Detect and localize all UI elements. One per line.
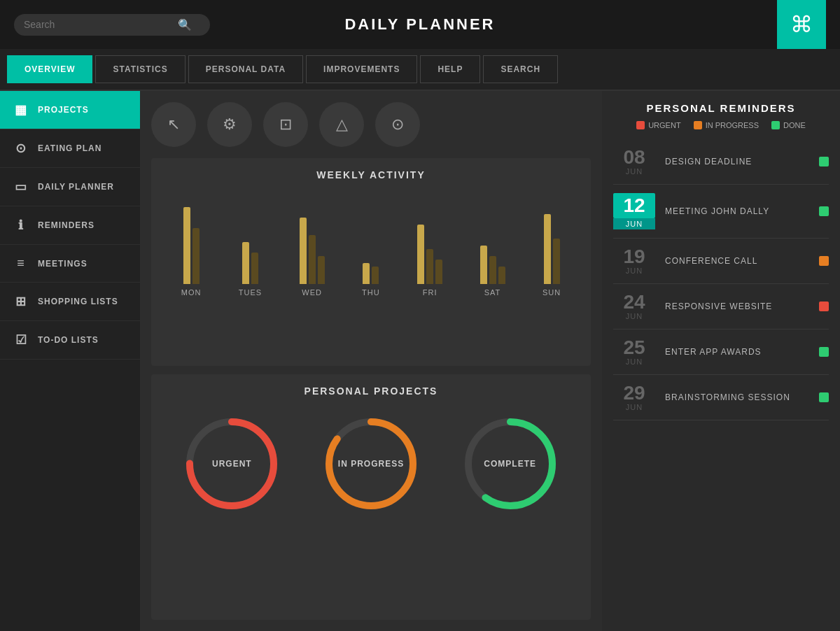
sidebar-item-eating-plan[interactable]: ⊙EATING PLAN xyxy=(0,129,140,168)
weekly-activity-panel: WEEKLY ACTIVITY MONTUESWEDTHUFRISATSUN xyxy=(151,158,591,366)
chart-day-sat: SAT xyxy=(480,193,505,297)
reminder-name: RESPONSIVE WEBSITE xyxy=(665,302,809,311)
bar-chart: MONTUESWEDTHUFRISATSUN xyxy=(162,192,580,297)
status-dot xyxy=(819,392,829,402)
bars-group xyxy=(242,193,258,284)
bar xyxy=(183,207,190,284)
bar xyxy=(480,246,487,284)
header: 🔍 DAILY PLANNER ⌘ xyxy=(0,0,840,49)
nav-tab-improvements[interactable]: IMPROVEMENTS xyxy=(306,55,417,83)
legend-dot xyxy=(636,121,645,129)
chart-day-mon: MON xyxy=(181,193,202,297)
sidebar-item-to-do-lists[interactable]: ☑TO-DO LISTS xyxy=(0,321,140,360)
legend-label: URGENT xyxy=(648,121,680,129)
donut-in-progress: IN PROGRESS xyxy=(318,411,424,516)
legend-item-urgent: URGENT xyxy=(636,121,680,129)
reminder-name: MEETING JOHN DALLY xyxy=(665,206,809,216)
glasses-icon[interactable]: ⊙ xyxy=(375,102,420,147)
sidebar-item-projects[interactable]: ▦PROJECTS xyxy=(0,91,140,129)
day-label: TUES xyxy=(239,288,262,297)
reminder-name: BRAINSTORMING SESSION xyxy=(665,392,809,402)
content-area: ↖⚙⊡△⊙ WEEKLY ACTIVITY MONTUESWEDTHUFRISA… xyxy=(140,91,602,631)
personal-projects-title: PERSONAL PROJECTS xyxy=(162,385,580,397)
bar xyxy=(300,218,307,284)
sidebar-item-reminders[interactable]: ℹREMINDERS xyxy=(0,206,140,245)
search-box[interactable]: 🔍 xyxy=(14,14,210,36)
reminder-day: 19 xyxy=(613,247,655,267)
legend-label: DONE xyxy=(783,121,806,129)
nav-tab-personal-data[interactable]: PERSONAL DATA xyxy=(188,55,303,83)
bar xyxy=(363,263,370,284)
reminder-date: 24JUN xyxy=(613,292,655,320)
sidebar-icon-2: ▭ xyxy=(13,179,29,194)
sidebar-item-daily-planner[interactable]: ▭DAILY PLANNER xyxy=(0,168,140,206)
bar xyxy=(242,242,249,284)
donut-charts-row: URGENTIN PROGRESSCOMPLETE xyxy=(162,408,580,520)
reminders-title: PERSONAL REMINDERS xyxy=(613,102,829,114)
reminder-row: 19JUNCONFERENCE CALL xyxy=(613,239,829,284)
chart-day-tues: TUES xyxy=(239,193,262,297)
bar xyxy=(318,256,325,284)
reminder-date: 12JUN xyxy=(613,193,655,229)
nav-tab-search[interactable]: SEARCH xyxy=(483,55,558,83)
status-dot xyxy=(819,157,829,166)
right-panel: PERSONAL REMINDERS URGENTIN PROGRESSDONE… xyxy=(602,91,840,631)
status-dot xyxy=(819,302,829,311)
main-layout: ▦PROJECTS⊙EATING PLAN▭DAILY PLANNERℹREMI… xyxy=(0,91,840,631)
bars-group xyxy=(417,193,442,284)
donut-complete: COMPLETE xyxy=(458,411,563,516)
settings-icon[interactable]: ⚙ xyxy=(207,102,252,147)
reminder-month: JUN xyxy=(613,218,655,229)
reminder-month: JUN xyxy=(613,167,655,176)
personal-projects-panel: PERSONAL PROJECTS URGENTIN PROGRESSCOMPL… xyxy=(151,374,591,620)
reminder-day: 08 xyxy=(613,148,655,167)
briefcase-icon[interactable]: ⊡ xyxy=(263,102,308,147)
sidebar-icon-5: ⊞ xyxy=(13,294,29,309)
reminder-date: 25JUN xyxy=(613,338,655,366)
reminder-row: 12JUNMEETING JOHN DALLY xyxy=(613,185,829,239)
donut-urgent: URGENT xyxy=(179,411,284,516)
donut-label: IN PROGRESS xyxy=(338,459,404,469)
status-dot xyxy=(819,256,829,266)
chart-day-sun: SUN xyxy=(542,193,561,297)
day-label: SUN xyxy=(542,288,561,297)
sidebar-icon-4: ≡ xyxy=(13,256,29,271)
reminder-name: CONFERENCE CALL xyxy=(665,256,809,266)
day-label: MON xyxy=(181,288,202,297)
donut-label: COMPLETE xyxy=(484,459,536,469)
sidebar-icon-3: ℹ xyxy=(13,218,29,233)
bars-group xyxy=(480,193,505,284)
landscape-icon[interactable]: △ xyxy=(319,102,364,147)
bars-group xyxy=(363,193,379,284)
bars-group xyxy=(183,193,200,284)
bar xyxy=(309,235,316,284)
reminder-date: 19JUN xyxy=(613,247,655,275)
reminder-day: 12 xyxy=(613,193,655,218)
search-input[interactable] xyxy=(24,19,178,30)
search-icon[interactable]: 🔍 xyxy=(178,18,192,31)
status-dot xyxy=(819,347,829,357)
bar xyxy=(553,239,560,284)
cursor-icon[interactable]: ↖ xyxy=(151,102,196,147)
reminders-list: 08JUNDESIGN DEADLINE12JUNMEETING JOHN DA… xyxy=(613,139,829,420)
sidebar-item-meetings[interactable]: ≡MEETINGS xyxy=(0,245,140,283)
bar xyxy=(544,214,551,284)
weekly-activity-title: WEEKLY ACTIVITY xyxy=(162,169,580,180)
nav-tab-statistics[interactable]: STATISTICS xyxy=(95,55,185,83)
reminder-day: 29 xyxy=(613,383,655,403)
nav-tab-overview[interactable]: OVERVIEW xyxy=(7,55,92,83)
bars-group xyxy=(544,193,560,284)
sidebar-item-shopping-lists[interactable]: ⊞SHOPPING LISTS xyxy=(0,283,140,321)
reminder-day: 25 xyxy=(613,338,655,357)
icon-row: ↖⚙⊡△⊙ xyxy=(151,102,591,147)
sidebar: ▦PROJECTS⊙EATING PLAN▭DAILY PLANNERℹREMI… xyxy=(0,91,140,631)
nav-tab-help[interactable]: HELP xyxy=(420,55,480,83)
legend-dot xyxy=(771,121,780,129)
legend-label: IN PROGRESS xyxy=(706,121,759,129)
day-label: WED xyxy=(302,288,322,297)
chart-day-wed: WED xyxy=(300,193,325,297)
bar xyxy=(426,249,433,284)
nav-tabs: OVERVIEWSTATISTICSPERSONAL DATAIMPROVEME… xyxy=(0,49,840,91)
legend-item-done: DONE xyxy=(771,121,806,129)
bar xyxy=(372,267,379,284)
